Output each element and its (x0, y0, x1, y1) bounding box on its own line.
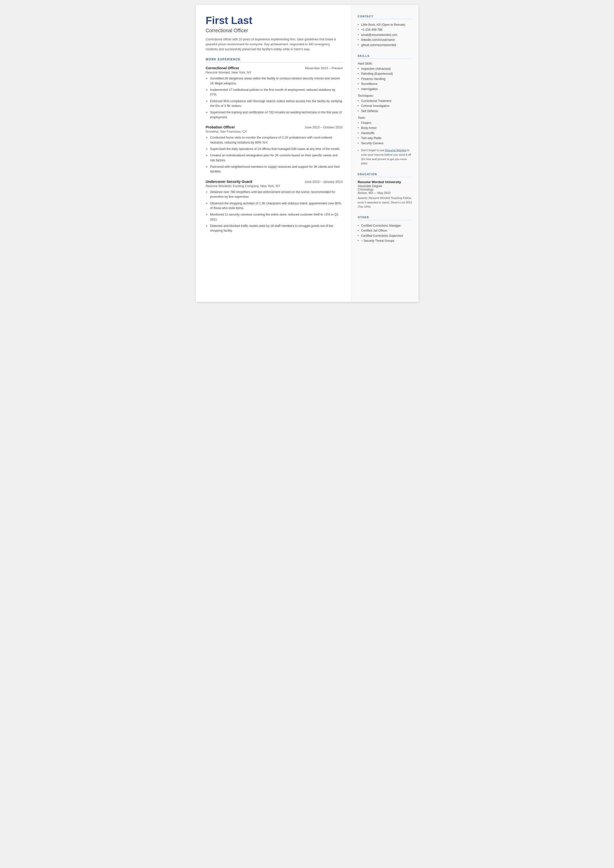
list-item: Monitored 11 security cameras covering t… (206, 212, 343, 222)
work-experience-label: WORK EXPERIENCE (206, 57, 343, 63)
contact-label: CONTACT (358, 15, 412, 19)
summary-text: Correctional officer with 10 years of ex… (206, 37, 343, 52)
job-bullets-3: Detained over 780 shoplifters until law … (206, 190, 343, 233)
right-column: CONTACT Little Rock, AR (Open to Remote)… (352, 5, 419, 302)
tools-list: Firearm Body Armor Handcuffs Two-way Rad… (358, 121, 412, 146)
job-title-header: Correctional Officer (206, 28, 343, 33)
list-item: linkedin.com/in/username (358, 37, 412, 42)
list-item: – Security Threat Groups (358, 238, 412, 243)
job-title-3: Undercover Security Guard (206, 180, 253, 183)
job-title-1: Correctional Officer (206, 66, 239, 70)
edu-awards: Awards: Resume Worded Teaching Fellow (o… (358, 196, 412, 209)
list-item: Created an individualized reintegration … (206, 153, 343, 163)
list-item: Patrolling (Experienced) (358, 71, 412, 76)
list-item: Detained over 780 shoplifters until law … (206, 190, 343, 199)
edu-field: Criminology (358, 188, 412, 191)
list-item: Firearm (358, 121, 412, 126)
list-item: Two-way Radio (358, 136, 412, 141)
list-item: Surveillance (358, 81, 412, 86)
list-item: Criminal Investigation (358, 103, 412, 109)
job-block-1: Correctional Officer November 2015 – Pre… (206, 66, 343, 120)
name: First Last (206, 15, 343, 26)
list-item: Security Camera (358, 141, 412, 146)
list-item: Partnered with neighborhood members to s… (206, 165, 343, 174)
list-item: Firearms Handling (358, 76, 412, 81)
resume-worded-link[interactable]: Resume Worded (385, 149, 406, 152)
job-company-2: Growthsi, San Francisco, CA (206, 130, 343, 134)
contact-section: CONTACT Little Rock, AR (Open to Remote)… (358, 15, 412, 48)
list-item: Self Defense (358, 109, 412, 113)
list-item: Enforced 95% compliance with thorough se… (206, 99, 343, 109)
list-item: github.com/resumeworded (358, 43, 412, 48)
tools-label: Tools: (358, 116, 412, 120)
list-item: Observed the shopping activities of 1.3K… (206, 201, 343, 211)
list-item: Certified Corrections Manager. (358, 223, 412, 228)
list-item: Supervised the training and certificatio… (206, 110, 343, 120)
resume-container: First Last Correctional Officer Correcti… (196, 5, 419, 302)
job-header-3: Undercover Security Guard June 2010 – Ja… (206, 180, 343, 183)
other-section: OTHER Certified Corrections Manager. Cer… (358, 216, 412, 244)
list-item: Implemented 17 institutional policies in… (206, 88, 343, 97)
list-item: email@resumeworded.com (358, 33, 412, 37)
job-bullets-1: Surveilled 28 dangerous areas within the… (206, 76, 343, 120)
techniques-list: Correctional Treatment Criminal Investig… (358, 98, 412, 113)
skills-label: SKILLS (358, 54, 412, 59)
job-dates-1: November 2015 – Present (305, 66, 343, 70)
left-column: First Last Correctional Officer Correcti… (196, 5, 352, 302)
list-item: Certified Jail Officer. (358, 228, 412, 233)
contact-list: Little Rock, AR (Open to Remote) +1-234-… (358, 22, 412, 48)
work-experience-section: WORK EXPERIENCE Correctional Officer Nov… (206, 57, 343, 233)
job-header-1: Correctional Officer November 2015 – Pre… (206, 66, 343, 70)
list-item: Inspection (Advanced) (358, 66, 412, 71)
techniques-label: Techniques: (358, 94, 412, 98)
other-label: OTHER (358, 216, 412, 220)
hard-skills-label: Hard Skills: (358, 62, 412, 65)
job-company-1: Resume Worded, New York, NY (206, 70, 343, 74)
list-item: +1-234-456-789 (358, 27, 412, 32)
job-header-2: Probation Officer June 2013 – October 20… (206, 125, 343, 129)
list-item: Little Rock, AR (Open to Remote) (358, 22, 412, 27)
list-item: Conducted home visits to monitor the com… (206, 135, 343, 145)
job-bullets-2: Conducted home visits to monitor the com… (206, 135, 343, 174)
list-item: Interrogation (358, 87, 412, 92)
education-section: EDUCATION Resume Worded University Assoc… (358, 173, 412, 209)
list-item: Body Armor (358, 126, 412, 130)
job-block-2: Probation Officer June 2013 – October 20… (206, 125, 343, 174)
list-item: Supervised the daily operations of 14 of… (206, 147, 343, 151)
list-item: Surveilled 28 dangerous areas within the… (206, 76, 343, 86)
other-list: Certified Corrections Manager. Certified… (358, 223, 412, 244)
hard-skills-list: Inspection (Advanced) Patrolling (Experi… (358, 66, 412, 92)
education-label: EDUCATION (358, 173, 412, 177)
skills-section: SKILLS Hard Skills: Inspection (Advanced… (358, 54, 412, 166)
list-item: Handcuffs (358, 130, 412, 136)
job-dates-2: June 2013 – October 2015 (305, 126, 343, 129)
job-block-3: Undercover Security Guard June 2010 – Ja… (206, 180, 343, 233)
skills-note: Don't forget to use Resume Worded to sca… (358, 148, 412, 166)
list-item: Correctional Treatment (358, 98, 412, 103)
edu-school: Resume Worded University (358, 180, 412, 184)
job-title-2: Probation Officer (206, 125, 235, 129)
list-item: Certified Corrections Supervisor (358, 233, 412, 238)
edu-degree: Associate Degree (358, 184, 412, 188)
job-company-3: Resume Worded's Exciting Company, New Yo… (206, 184, 343, 188)
list-item: Detected and blocked traffic routes used… (206, 224, 343, 233)
edu-location: Boston, MA — May 2010 (358, 191, 412, 195)
job-dates-3: June 2010 – January 2013 (305, 180, 343, 183)
